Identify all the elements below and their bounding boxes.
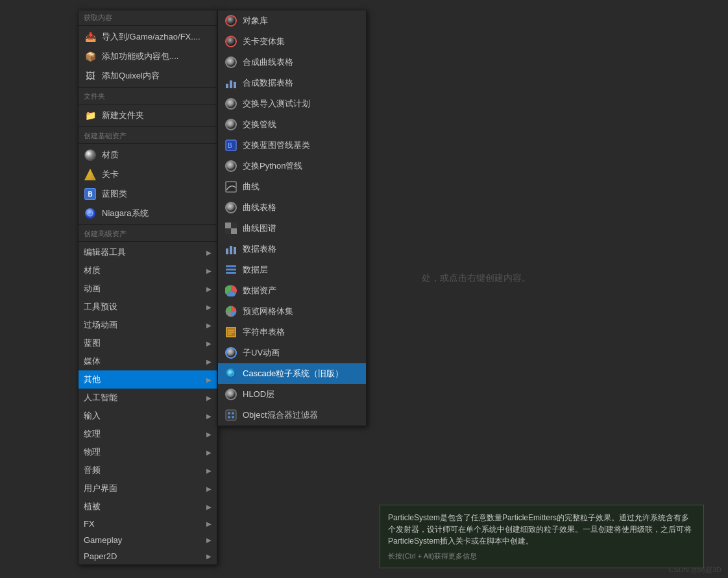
svg-rect-20 [230,246,232,254]
menu-item-string-table[interactable]: 字符串表格 [218,322,366,343]
menu-item-new-folder[interactable]: 📁 新建文件夹 [79,106,217,125]
hlod-icon [224,388,237,401]
divider2 [79,87,217,88]
menu-item-transition[interactable]: 过场动画 ▶ [79,316,217,334]
composite-data-label: 合成数据表格 [243,77,359,89]
hlod-label: HLOD层 [243,389,359,400]
divider7 [79,241,217,242]
preview-mesh-icon [224,305,237,318]
paper2d-arrow: ▶ [206,553,212,560]
menu-item-curve[interactable]: 曲线 [218,176,366,197]
swap-bp-label: 交换蓝图管线基类 [243,139,359,151]
menu-item-object-lib[interactable]: 对象库 [218,10,366,31]
data-layer-label: 数据层 [243,264,359,276]
menu-item-animation[interactable]: 动画 ▶ [79,280,217,298]
svg-point-35 [226,389,236,400]
svg-rect-7 [234,82,236,88]
menu-item-foliage[interactable]: 植被 ▶ [79,498,217,516]
menu-item-gameplay[interactable]: Gameplay ▶ [79,532,217,548]
menu-item-media[interactable]: 媒体 ▶ [79,352,217,370]
svg-point-0 [85,208,95,219]
add-content-label: 添加功能或内容包.... [102,51,212,62]
menu-item-curve-atlas[interactable]: 曲线图谱 [218,218,366,239]
menu-item-level[interactable]: 关卡 [79,165,217,184]
media-label: 媒体 [84,355,206,367]
menu-item-curve-sheet[interactable]: 曲线表格 [218,197,366,218]
add-content-icon: 📦 [84,50,97,63]
bg-hint: 处，或点击右键创建内容。 [422,272,531,284]
menu-item-sub-uv[interactable]: 子UV动画 [218,343,366,363]
svg-point-14 [226,202,236,213]
menu-item-swap-bp-pipeline[interactable]: B 交换蓝图管线基类 [218,135,366,156]
checkpoint-icon [224,35,237,48]
menu-item-checkpoint-set[interactable]: 关卡变体集 [218,31,366,52]
menu-item-import[interactable]: 📥 导入到/Game/azhao/FX.... [79,27,217,47]
texture-arrow: ▶ [206,431,212,438]
menu-item-blueprint-adv[interactable]: 蓝图 ▶ [79,334,217,352]
menu-item-input[interactable]: 输入 ▶ [79,407,217,425]
menu-item-preview-mesh[interactable]: 预览网格体集 [218,301,366,322]
data-layer-icon [224,263,237,276]
divider4 [79,126,217,127]
swap-bp-icon: B [224,139,237,152]
materials-adv-label: 材质 [84,265,206,276]
curve-atlas-icon [224,222,237,235]
animation-label: 动画 [84,283,206,295]
new-folder-label: 新建文件夹 [102,110,212,121]
menu-item-data-asset[interactable]: 数据资产 [218,280,366,301]
media-arrow: ▶ [206,358,212,365]
menu-item-paper2d[interactable]: Paper2D ▶ [79,548,217,564]
menu-item-other[interactable]: 其他 ▶ [79,370,217,389]
menu-item-swap-python[interactable]: 交换Python管线 [218,156,366,176]
swap-import-label: 交换导入测试计划 [243,98,359,110]
foliage-label: 植被 [84,501,206,512]
svg-point-12 [226,161,236,171]
menu-item-hlod[interactable]: HLOD层 [218,384,366,405]
menu-item-composite-curve[interactable]: 合成曲线表格 [218,52,366,73]
menu-item-ai[interactable]: 人工智能 ▶ [79,389,217,407]
menu-item-physics[interactable]: 物理 ▶ [79,443,217,461]
menu-item-composite-data[interactable]: 合成数据表格 [218,73,366,93]
curve-atlas-label: 曲线图谱 [243,223,359,234]
menu-item-audio[interactable]: 音频 ▶ [79,461,217,479]
menu-item-materials-adv[interactable]: 材质 ▶ [79,261,217,280]
menu-item-ui[interactable]: 用户界面 ▶ [79,479,217,498]
menu-item-add-content[interactable]: 📦 添加功能或内容包.... [79,47,217,66]
menu-item-fx[interactable]: FX ▶ [79,516,217,532]
menu-item-tool-preset[interactable]: 工具预设 ▶ [79,298,217,316]
tool-preset-label: 工具预设 [84,301,206,313]
svg-point-38 [232,412,234,415]
svg-rect-15 [225,223,231,228]
menu-item-object-mixer[interactable]: Object混合器过滤器 [218,405,366,426]
material-icon [84,149,97,162]
cascade-label: Cascade粒子系统（旧版） [243,368,359,379]
other-arrow: ▶ [206,376,212,383]
menu-item-swap-pipeline[interactable]: 交换管线 [218,114,366,135]
menu-item-texture[interactable]: 纹理 ▶ [79,425,217,443]
menu-item-add-quixel[interactable]: 🖼 添加Quixel内容 [79,66,217,86]
curve-sheet-label: 曲线表格 [243,202,359,213]
menu-item-niagara[interactable]: Niagara系统 [79,204,217,223]
niagara-icon [84,207,97,220]
menu-item-data-layer[interactable]: 数据层 [218,259,366,280]
menu-item-swap-import[interactable]: 交换导入测试计划 [218,93,366,114]
string-table-label: 字符串表格 [243,326,359,338]
material-label: 材质 [102,149,212,161]
sub-uv-icon [224,346,237,359]
svg-point-4 [226,57,236,67]
svg-point-33 [226,368,236,379]
swap-python-icon [224,160,237,173]
svg-rect-36 [226,410,236,420]
menu-item-blueprint[interactable]: B 蓝图类 [79,184,217,204]
svg-rect-22 [226,265,236,267]
menu-item-material[interactable]: 材质 [79,145,217,165]
menu-item-editor-tools[interactable]: 编辑器工具 ▶ [79,243,217,261]
svg-text:B: B [228,142,232,149]
divider6 [79,224,217,225]
menu-item-data-table[interactable]: 数据表格 [218,239,366,259]
divider1 [79,25,217,26]
menu-level2-other: 对象库 关卡变体集 合成曲线表格 合成数据表格 交换导入测试计划 交换管线 B [217,10,367,426]
gameplay-arrow: ▶ [206,536,212,544]
blueprint-icon: B [84,187,97,200]
menu-item-cascade[interactable]: Cascade粒子系统（旧版） [218,363,366,384]
